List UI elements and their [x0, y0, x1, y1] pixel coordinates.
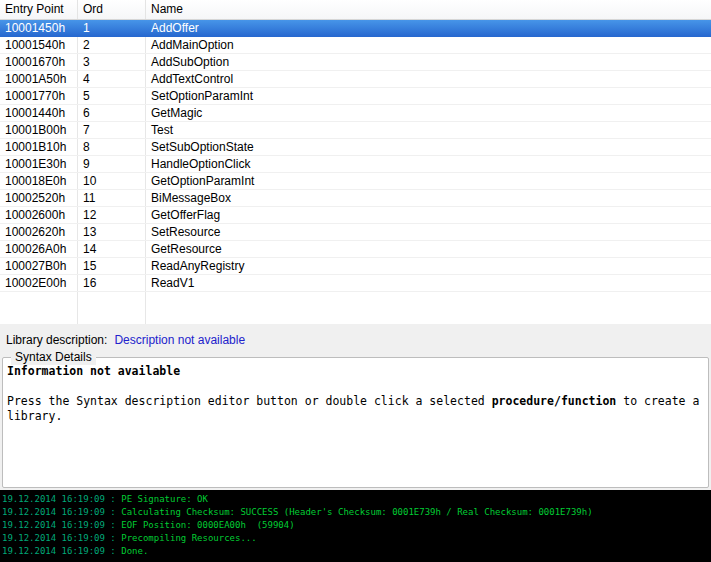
cell-name: ReadAnyRegistry	[146, 258, 711, 275]
table-row[interactable]: 10001670h3AddSubOption	[0, 54, 711, 71]
cell-entry: 10001670h	[0, 54, 78, 71]
cell-name: GetResource	[146, 241, 711, 258]
cell-entry: 10001450h	[0, 20, 78, 37]
cell-ord: 7	[78, 122, 146, 139]
log-timestamp: 19.12.2014 16:19:09 :	[2, 533, 121, 543]
cell-entry: 10002E00h	[0, 275, 78, 292]
cell-ord: 5	[78, 88, 146, 105]
log-message: Calculating Checksum: SUCCESS (Header's …	[121, 507, 592, 517]
cell-entry: 10001B00h	[0, 122, 78, 139]
table-row[interactable]: 10001E30h9HandleOptionClick	[0, 156, 711, 173]
table-row[interactable]: 10001450h1AddOffer	[0, 20, 711, 37]
log-line: 19.12.2014 16:19:09 : Done.	[2, 545, 711, 558]
cell-ord: 11	[78, 190, 146, 207]
cell-ord: 14	[78, 241, 146, 258]
cell-entry: 10001A50h	[0, 71, 78, 88]
cell-name: AddMainOption	[146, 37, 711, 54]
cell-ord: 3	[78, 54, 146, 71]
log-timestamp: 19.12.2014 16:19:09 :	[2, 520, 121, 530]
log-message: Precompiling Resources...	[121, 533, 256, 543]
cell-entry: 100026A0h	[0, 241, 78, 258]
table-row[interactable]: 10001B10h8SetSubOptionState	[0, 139, 711, 156]
cell-entry: 10001770h	[0, 88, 78, 105]
cell-ord: 2	[78, 37, 146, 54]
log-timestamp: 19.12.2014 16:19:09 :	[2, 507, 121, 517]
cell-name: SetOptionParamInt	[146, 88, 711, 105]
table-row[interactable]: 10001440h6GetMagic	[0, 105, 711, 122]
cell-ord: 9	[78, 156, 146, 173]
log-timestamp: 19.12.2014 16:19:09 :	[2, 494, 121, 504]
table-row[interactable]: 10002600h12GetOfferFlag	[0, 207, 711, 224]
log-line: 19.12.2014 16:19:09 : PE Signature: OK	[2, 493, 711, 506]
library-description-row: Library description: Description not ava…	[0, 324, 711, 356]
cell-name: AddOffer	[146, 20, 711, 37]
header-entry-point[interactable]: Entry Point	[0, 0, 78, 19]
syntax-details-title: Syntax Details	[11, 350, 96, 365]
export-function-list: Entry Point Ord Name 10001450h1AddOffer1…	[0, 0, 711, 324]
cell-entry: 100018E0h	[0, 173, 78, 190]
cell-ord: 13	[78, 224, 146, 241]
header-ord[interactable]: Ord	[78, 0, 146, 19]
cell-name: GetOfferFlag	[146, 207, 711, 224]
table-row[interactable]: 100018E0h10GetOptionParamInt	[0, 173, 711, 190]
syntax-details-group: Syntax Details Information not available…	[2, 357, 709, 488]
cell-ord: 15	[78, 258, 146, 275]
cell-ord: 4	[78, 71, 146, 88]
table-body: 10001450h1AddOffer10001540h2AddMainOptio…	[0, 20, 711, 292]
library-description-label: Library description:	[6, 333, 107, 347]
log-message: EOF Position: 0000EA00h (59904)	[121, 520, 294, 530]
table-row[interactable]: 10001540h2AddMainOption	[0, 37, 711, 54]
cell-name: GetMagic	[146, 105, 711, 122]
table-row[interactable]: 10001A50h4AddTextControl	[0, 71, 711, 88]
syntax-info-line: Information not available	[7, 364, 704, 379]
cell-name: BiMessageBox	[146, 190, 711, 207]
cell-entry: 10001540h	[0, 37, 78, 54]
cell-name: AddSubOption	[146, 54, 711, 71]
log-line: 19.12.2014 16:19:09 : EOF Position: 0000…	[2, 519, 711, 532]
table-row[interactable]: 100027B0h15ReadAnyRegistry	[0, 258, 711, 275]
cell-name: SetSubOptionState	[146, 139, 711, 156]
cell-entry: 10001B10h	[0, 139, 78, 156]
cell-entry: 10001440h	[0, 105, 78, 122]
log-console[interactable]: 19.12.2014 16:19:09 : PE Signature: OK19…	[0, 490, 711, 562]
table-header: Entry Point Ord Name	[0, 0, 711, 20]
syntax-details-memo[interactable]: Information not available Press the Synt…	[7, 364, 704, 483]
cell-ord: 10	[78, 173, 146, 190]
log-timestamp: 19.12.2014 16:19:09 :	[2, 546, 121, 556]
cell-entry: 10002520h	[0, 190, 78, 207]
syntax-help-line: Press the Syntax description editor butt…	[7, 394, 704, 424]
table-row[interactable]: 10002520h11BiMessageBox	[0, 190, 711, 207]
table-row[interactable]: 100026A0h14GetResource	[0, 241, 711, 258]
cell-ord: 6	[78, 105, 146, 122]
log-message: PE Signature: OK	[121, 494, 208, 504]
table-row[interactable]: 10001770h5SetOptionParamInt	[0, 88, 711, 105]
library-description-value: Description not available	[114, 333, 245, 347]
table-row[interactable]: 10001B00h7Test	[0, 122, 711, 139]
cell-name: Test	[146, 122, 711, 139]
table-row[interactable]: 10002E00h16ReadV1	[0, 275, 711, 292]
cell-entry: 100027B0h	[0, 258, 78, 275]
cell-entry: 10002620h	[0, 224, 78, 241]
cell-name: HandleOptionClick	[146, 156, 711, 173]
cell-name: SetResource	[146, 224, 711, 241]
cell-ord: 8	[78, 139, 146, 156]
cell-entry: 10001E30h	[0, 156, 78, 173]
log-message: Done.	[121, 546, 148, 556]
cell-ord: 1	[78, 20, 146, 37]
cell-name: GetOptionParamInt	[146, 173, 711, 190]
log-line: 19.12.2014 16:19:09 : Calculating Checks…	[2, 506, 711, 519]
cell-name: ReadV1	[146, 275, 711, 292]
syntax-help-bold-text: procedure/function	[492, 394, 617, 408]
cell-entry: 10002600h	[0, 207, 78, 224]
header-name[interactable]: Name	[146, 0, 711, 19]
cell-ord: 12	[78, 207, 146, 224]
cell-name: AddTextControl	[146, 71, 711, 88]
table-row[interactable]: 10002620h13SetResource	[0, 224, 711, 241]
cell-ord: 16	[78, 275, 146, 292]
syntax-help-text: Press the Syntax description editor butt…	[7, 394, 492, 408]
log-line: 19.12.2014 16:19:09 : Precompiling Resou…	[2, 532, 711, 545]
